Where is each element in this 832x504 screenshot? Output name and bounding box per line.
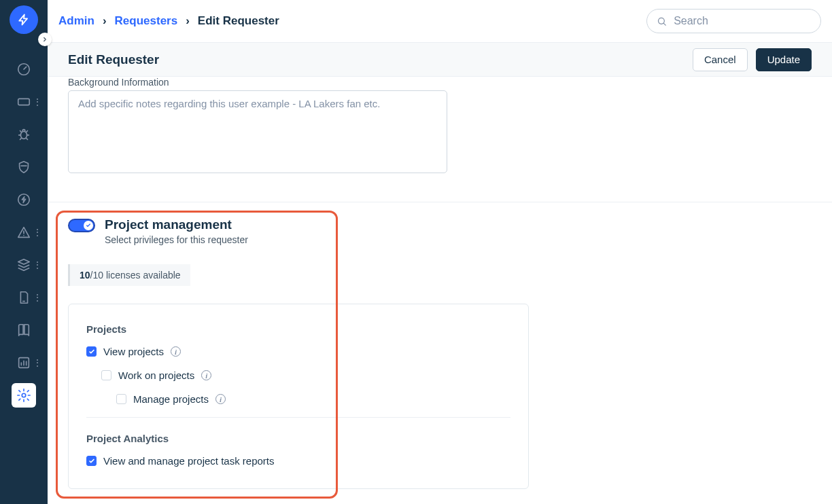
permissions-card: Projects View projects i Work o bbox=[68, 304, 529, 489]
chevron-right-icon: › bbox=[103, 14, 107, 28]
view-projects-row: View projects i bbox=[86, 346, 510, 357]
view-reports-label: View and manage project task reports bbox=[103, 455, 275, 467]
permission-divider bbox=[86, 417, 510, 418]
nav-reports-more[interactable]: ⋮ bbox=[33, 361, 42, 364]
bug-icon bbox=[12, 122, 36, 147]
license-total-text: /10 licenses available bbox=[90, 270, 181, 281]
manage-projects-row: Manage projects i bbox=[116, 393, 510, 405]
update-button[interactable]: Update bbox=[756, 48, 812, 71]
manage-projects-label: Manage projects bbox=[133, 393, 209, 405]
page-title: Edit Requester bbox=[68, 52, 159, 67]
work-on-projects-checkbox[interactable] bbox=[101, 370, 111, 380]
project-management-title: Project management bbox=[105, 217, 248, 232]
sidebar: ⋮ ⋮ ⋮ ⋮ ⋮ bbox=[0, 0, 48, 504]
view-reports-checkbox[interactable] bbox=[86, 456, 97, 466]
check-icon bbox=[88, 348, 95, 355]
bolt-icon bbox=[17, 13, 31, 26]
book-icon bbox=[12, 318, 36, 342]
nav-alerts-more[interactable]: ⋮ bbox=[33, 231, 42, 234]
content-area: Background Information Proj bbox=[48, 77, 832, 504]
project-management-section: Project management Select privileges for… bbox=[68, 202, 812, 489]
topbar: Admin › Requesters › Edit Requester bbox=[48, 0, 832, 42]
app-logo[interactable] bbox=[10, 5, 38, 34]
view-projects-checkbox[interactable] bbox=[86, 346, 97, 357]
info-icon[interactable]: i bbox=[215, 394, 226, 404]
breadcrumb-current: Edit Requester bbox=[198, 14, 279, 28]
nav-changes[interactable] bbox=[0, 151, 48, 183]
svg-rect-1 bbox=[18, 98, 30, 105]
nav-problems[interactable] bbox=[0, 118, 48, 151]
chevron-right-icon bbox=[41, 36, 48, 43]
info-icon[interactable]: i bbox=[201, 370, 211, 380]
license-available-count: 10 bbox=[80, 270, 90, 281]
chevron-right-icon: › bbox=[186, 14, 190, 28]
nav-assets[interactable]: ⋮ bbox=[0, 249, 48, 281]
nav-tickets-more[interactable]: ⋮ bbox=[33, 101, 42, 103]
analytics-group-title: Project Analytics bbox=[86, 433, 510, 444]
work-on-projects-row: Work on projects i bbox=[101, 370, 510, 381]
breadcrumb-admin[interactable]: Admin bbox=[58, 14, 94, 28]
project-management-subtitle: Select privileges for this requester bbox=[105, 234, 248, 245]
nav-solutions[interactable] bbox=[0, 314, 48, 346]
toggle-knob bbox=[84, 221, 93, 230]
nav-releases[interactable] bbox=[0, 183, 48, 216]
nav-admin[interactable] bbox=[0, 379, 48, 412]
sidebar-expand-button[interactable] bbox=[38, 33, 52, 46]
cancel-button[interactable]: Cancel bbox=[693, 48, 748, 71]
background-info-label: Background Information bbox=[68, 77, 812, 88]
work-on-projects-label: Work on projects bbox=[118, 370, 194, 381]
project-management-toggle[interactable] bbox=[68, 219, 95, 232]
subheader: Edit Requester Cancel Update bbox=[48, 42, 832, 77]
breadcrumb: Admin › Requesters › Edit Requester bbox=[58, 14, 279, 28]
gear-icon bbox=[12, 383, 36, 408]
projects-group-title: Projects bbox=[86, 323, 510, 335]
search-box[interactable] bbox=[646, 9, 821, 33]
nav-dashboard[interactable] bbox=[0, 53, 48, 86]
bolt-circle-icon bbox=[12, 187, 36, 212]
background-info-textarea[interactable] bbox=[68, 90, 447, 173]
nav-tickets[interactable]: ⋮ bbox=[0, 86, 48, 118]
nav-reports[interactable]: ⋮ bbox=[0, 346, 48, 379]
nav-alerts[interactable]: ⋮ bbox=[0, 216, 48, 249]
nav-assets-more[interactable]: ⋮ bbox=[33, 264, 42, 266]
nav-contracts-more[interactable]: ⋮ bbox=[33, 296, 42, 299]
nav-contracts[interactable]: ⋮ bbox=[0, 281, 48, 314]
main-content: Admin › Requesters › Edit Requester Edit… bbox=[48, 0, 832, 504]
check-icon bbox=[88, 458, 95, 465]
svg-point-2 bbox=[20, 131, 27, 139]
svg-point-5 bbox=[22, 393, 26, 397]
breadcrumb-requesters[interactable]: Requesters bbox=[115, 14, 178, 28]
gauge-icon bbox=[12, 57, 36, 82]
search-input[interactable] bbox=[674, 15, 811, 27]
info-icon[interactable]: i bbox=[171, 346, 181, 357]
manage-projects-checkbox[interactable] bbox=[116, 394, 126, 404]
check-icon bbox=[86, 223, 91, 228]
view-projects-label: View projects bbox=[103, 346, 164, 357]
shield-icon bbox=[12, 155, 36, 179]
view-reports-row: View and manage project task reports bbox=[86, 455, 510, 467]
search-icon bbox=[657, 16, 667, 27]
license-badge: 10/10 licenses available bbox=[68, 264, 190, 286]
